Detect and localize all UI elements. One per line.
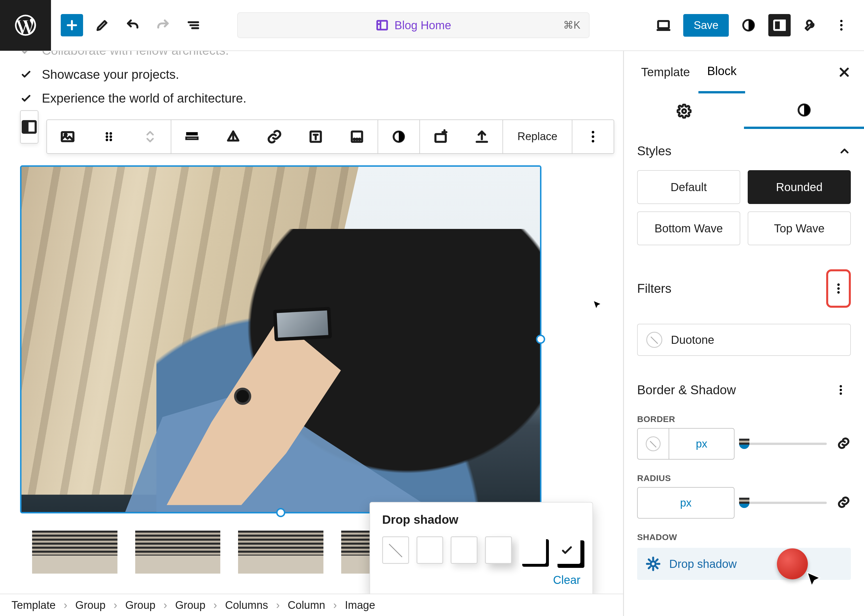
border-label: BORDER — [637, 414, 851, 424]
style-top-wave[interactable]: Top Wave — [748, 211, 851, 245]
wordpress-logo[interactable] — [0, 0, 51, 51]
shadow-preset-3[interactable] — [485, 536, 512, 564]
link-button[interactable] — [254, 120, 295, 153]
shadow-none[interactable] — [382, 536, 409, 564]
check-icon — [20, 92, 32, 104]
radius-slider[interactable] — [744, 502, 827, 504]
window-thumb — [135, 531, 221, 574]
svg-point-28 — [592, 135, 594, 138]
unlink-sides-toggle[interactable] — [836, 495, 851, 511]
styles-section-title: Styles — [637, 144, 671, 158]
breadcrumb-item[interactable]: Template — [11, 599, 56, 611]
tools-button[interactable] — [799, 14, 822, 36]
block-more-button[interactable] — [572, 120, 614, 153]
add-block-button[interactable] — [61, 14, 83, 36]
duotone-swatch-icon — [646, 332, 662, 348]
border-shadow-section-title: Border & Shadow — [637, 383, 736, 397]
svg-point-13 — [110, 132, 112, 135]
border-color-button[interactable] — [638, 429, 669, 459]
edit-mode-button[interactable] — [91, 14, 113, 36]
selected-image-block[interactable] — [20, 165, 542, 514]
window-thumb — [32, 531, 118, 574]
drop-shadow-button[interactable]: Drop shadow — [637, 548, 851, 580]
style-rounded[interactable]: Rounded — [748, 170, 851, 204]
tab-settings[interactable] — [624, 93, 744, 129]
list-item[interactable]: Showcase your projects. — [42, 63, 179, 86]
radius-input[interactable]: px — [637, 487, 735, 519]
change-alignment-button[interactable] — [212, 120, 254, 153]
svg-point-11 — [65, 134, 67, 136]
global-styles-button[interactable] — [737, 14, 760, 36]
svg-point-32 — [837, 288, 840, 290]
breadcrumb-item[interactable]: Columns — [225, 599, 268, 611]
save-button[interactable]: Save — [683, 14, 729, 37]
duotone-button[interactable] — [378, 120, 419, 153]
parent-block-button[interactable] — [20, 110, 38, 143]
svg-point-34 — [840, 385, 842, 387]
redo-button[interactable] — [152, 14, 174, 36]
undo-button[interactable] — [121, 14, 144, 36]
check-icon — [553, 536, 580, 564]
block-toolbar: Replace — [46, 119, 614, 154]
border-width-slider[interactable] — [744, 443, 827, 445]
svg-rect-9 — [23, 121, 29, 133]
svg-point-27 — [592, 131, 594, 134]
svg-rect-1 — [658, 21, 669, 28]
shadow-button-label: Drop shadow — [669, 558, 737, 570]
svg-point-31 — [837, 283, 840, 286]
view-desktop-button[interactable] — [652, 14, 675, 36]
resize-handle-right[interactable] — [536, 335, 545, 344]
style-default[interactable]: Default — [637, 170, 740, 204]
border-shadow-more-button[interactable] — [831, 380, 851, 400]
replace-button[interactable]: Replace — [503, 120, 572, 153]
style-bottom-wave[interactable]: Bottom Wave — [637, 211, 740, 245]
tab-template[interactable]: Template — [633, 52, 698, 92]
duotone-button[interactable]: Duotone — [637, 324, 851, 356]
drag-handle[interactable] — [88, 120, 129, 153]
insert-before-after-button[interactable] — [420, 120, 461, 153]
shadow-preset-5[interactable] — [553, 536, 580, 564]
border-unit[interactable]: px — [669, 429, 734, 459]
list-item[interactable]: Collaborate with fellow architects. — [42, 51, 229, 63]
move-up-down-button[interactable] — [129, 120, 171, 153]
filters-more-highlighted[interactable] — [826, 269, 851, 308]
block-type-image-button[interactable] — [47, 120, 88, 153]
tab-styles[interactable] — [744, 93, 864, 129]
breadcrumb-item[interactable]: Column — [287, 599, 325, 611]
svg-point-23 — [357, 139, 358, 140]
svg-rect-4 — [781, 20, 785, 30]
breadcrumb-item[interactable]: Image — [345, 599, 375, 611]
shadow-preset-1[interactable] — [416, 536, 443, 564]
tab-block[interactable]: Block — [698, 51, 745, 93]
shadow-preset-4[interactable] — [519, 536, 546, 564]
settings-sidebar-toggle[interactable] — [768, 14, 791, 36]
svg-rect-26 — [435, 134, 446, 142]
svg-point-17 — [110, 139, 112, 141]
document-title: Blog Home — [394, 19, 451, 32]
align-button[interactable] — [171, 120, 212, 153]
svg-point-35 — [840, 389, 842, 391]
breadcrumb-item[interactable]: Group — [125, 599, 156, 611]
command-bar[interactable]: Blog Home ⌘K — [237, 12, 589, 38]
upload-button[interactable] — [461, 120, 503, 153]
border-input[interactable]: px — [637, 428, 735, 460]
clear-button[interactable]: Clear — [553, 574, 580, 586]
caption-button[interactable] — [336, 120, 377, 153]
breadcrumb-item[interactable]: Group — [75, 599, 106, 611]
svg-point-15 — [110, 135, 112, 138]
list-view-button[interactable] — [182, 14, 204, 36]
svg-point-24 — [359, 139, 360, 140]
list-item[interactable]: Experience the world of architecture. — [42, 86, 247, 110]
close-sidebar-button[interactable] — [833, 61, 855, 83]
link-sides-toggle[interactable] — [836, 436, 851, 451]
svg-point-36 — [840, 393, 842, 395]
svg-point-6 — [840, 24, 842, 26]
sun-icon — [646, 556, 661, 571]
options-button[interactable] — [830, 14, 853, 36]
breadcrumb-item[interactable]: Group — [175, 599, 206, 611]
shadow-preset-2[interactable] — [451, 536, 478, 564]
chevron-up-icon[interactable] — [838, 145, 851, 157]
svg-point-29 — [592, 140, 594, 142]
text-overlay-button[interactable] — [295, 120, 336, 153]
resize-handle-bottom[interactable] — [276, 508, 285, 517]
